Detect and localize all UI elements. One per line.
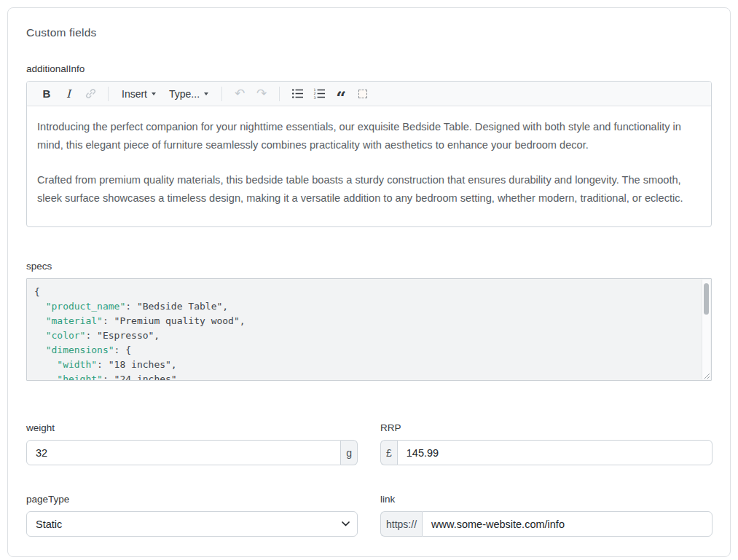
insert-dropdown-label: Insert	[122, 88, 147, 100]
numbered-list-button[interactable]: 123	[309, 84, 329, 104]
block-element-icon	[358, 90, 367, 98]
scrollbar-thumb[interactable]	[704, 283, 709, 315]
specs-code-editor[interactable]: { "product_name": "Bedside Table", "mate…	[26, 278, 712, 381]
additionalinfo-field: additionalInfo B I Insert	[26, 63, 712, 227]
bullet-list-icon	[291, 87, 304, 100]
link-icon	[85, 87, 97, 100]
link-field: link https://	[380, 494, 713, 537]
rrp-field: RRP £	[380, 422, 713, 465]
block-element-button[interactable]	[353, 84, 373, 104]
type-dropdown-label: Type...	[169, 88, 200, 100]
chevron-down-icon	[204, 92, 208, 95]
rich-text-editor: B I Insert Type...	[26, 81, 712, 227]
toolbar-divider	[279, 87, 280, 101]
weight-label: weight	[26, 422, 358, 433]
additionalinfo-label: additionalInfo	[26, 63, 712, 74]
blockquote-button[interactable]: “	[331, 84, 351, 104]
specs-label: specs	[26, 261, 712, 272]
pagetype-select[interactable]: Static	[26, 511, 358, 537]
bullet-list-button[interactable]	[287, 84, 307, 104]
link-button[interactable]	[80, 84, 101, 104]
editor-content[interactable]: Introducing the perfect companion for yo…	[27, 106, 711, 226]
specs-field: specs { "product_name": "Bedside Table",…	[26, 261, 712, 381]
protocol-addon: https://	[380, 511, 422, 537]
svg-text:3: 3	[313, 96, 315, 100]
numbered-list-icon: 123	[313, 87, 326, 100]
specs-code-content: { "product_name": "Bedside Table", "mate…	[27, 279, 711, 381]
link-label: link	[380, 494, 713, 505]
resize-handle-icon[interactable]	[702, 371, 710, 379]
redo-button[interactable]: ↷	[251, 84, 272, 104]
fields-grid: weight g RRP £ pageType Static	[26, 422, 712, 537]
weight-field: weight g	[26, 422, 358, 465]
editor-toolbar: B I Insert Type...	[27, 82, 711, 106]
chevron-down-icon	[152, 92, 156, 95]
insert-dropdown[interactable]: Insert	[116, 84, 162, 104]
redo-icon: ↷	[256, 87, 267, 100]
weight-input[interactable]	[26, 440, 341, 465]
vertical-scrollbar[interactable]	[702, 280, 710, 379]
editor-paragraph: Crafted from premium quality materials, …	[37, 171, 700, 207]
blockquote-icon: “	[336, 95, 346, 102]
weight-unit-addon: g	[341, 440, 358, 465]
custom-fields-panel: Custom fields additionalInfo B I Insert	[7, 7, 731, 557]
page-title: Custom fields	[26, 26, 712, 39]
italic-button[interactable]: I	[58, 84, 79, 104]
bold-button[interactable]: B	[36, 84, 57, 104]
undo-button[interactable]: ↶	[229, 84, 250, 104]
toolbar-divider	[221, 87, 222, 101]
pagetype-field: pageType Static	[26, 494, 358, 537]
rrp-label: RRP	[380, 422, 713, 433]
link-input[interactable]	[422, 511, 713, 537]
type-dropdown[interactable]: Type...	[163, 84, 214, 104]
undo-icon: ↶	[235, 87, 245, 100]
currency-addon: £	[380, 440, 397, 465]
toolbar-divider	[108, 87, 109, 101]
rrp-input[interactable]	[397, 440, 713, 465]
pagetype-label: pageType	[26, 494, 358, 505]
editor-paragraph: Introducing the perfect companion for yo…	[37, 118, 700, 154]
